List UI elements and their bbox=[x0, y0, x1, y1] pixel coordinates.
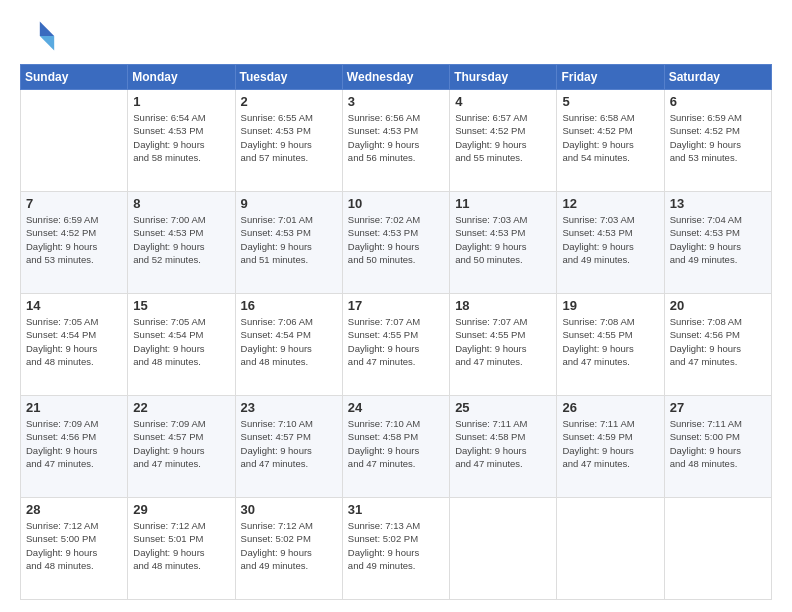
calendar-cell: 30Sunrise: 7:12 AM Sunset: 5:02 PM Dayli… bbox=[235, 498, 342, 600]
calendar-cell: 27Sunrise: 7:11 AM Sunset: 5:00 PM Dayli… bbox=[664, 396, 771, 498]
calendar-cell: 11Sunrise: 7:03 AM Sunset: 4:53 PM Dayli… bbox=[450, 192, 557, 294]
calendar-cell: 24Sunrise: 7:10 AM Sunset: 4:58 PM Dayli… bbox=[342, 396, 449, 498]
day-info: Sunrise: 7:06 AM Sunset: 4:54 PM Dayligh… bbox=[241, 315, 337, 368]
day-info: Sunrise: 7:04 AM Sunset: 4:53 PM Dayligh… bbox=[670, 213, 766, 266]
calendar-cell: 6Sunrise: 6:59 AM Sunset: 4:52 PM Daylig… bbox=[664, 90, 771, 192]
calendar-cell: 10Sunrise: 7:02 AM Sunset: 4:53 PM Dayli… bbox=[342, 192, 449, 294]
day-number: 15 bbox=[133, 298, 229, 313]
day-number: 26 bbox=[562, 400, 658, 415]
day-info: Sunrise: 6:57 AM Sunset: 4:52 PM Dayligh… bbox=[455, 111, 551, 164]
day-info: Sunrise: 7:07 AM Sunset: 4:55 PM Dayligh… bbox=[348, 315, 444, 368]
day-number: 24 bbox=[348, 400, 444, 415]
day-info: Sunrise: 7:09 AM Sunset: 4:57 PM Dayligh… bbox=[133, 417, 229, 470]
day-info: Sunrise: 6:59 AM Sunset: 4:52 PM Dayligh… bbox=[26, 213, 122, 266]
day-info: Sunrise: 7:09 AM Sunset: 4:56 PM Dayligh… bbox=[26, 417, 122, 470]
day-info: Sunrise: 7:12 AM Sunset: 5:02 PM Dayligh… bbox=[241, 519, 337, 572]
day-number: 20 bbox=[670, 298, 766, 313]
calendar-cell: 23Sunrise: 7:10 AM Sunset: 4:57 PM Dayli… bbox=[235, 396, 342, 498]
calendar-cell: 13Sunrise: 7:04 AM Sunset: 4:53 PM Dayli… bbox=[664, 192, 771, 294]
day-info: Sunrise: 7:03 AM Sunset: 4:53 PM Dayligh… bbox=[562, 213, 658, 266]
calendar-week-row: 7Sunrise: 6:59 AM Sunset: 4:52 PM Daylig… bbox=[21, 192, 772, 294]
day-info: Sunrise: 7:12 AM Sunset: 5:01 PM Dayligh… bbox=[133, 519, 229, 572]
calendar-cell: 12Sunrise: 7:03 AM Sunset: 4:53 PM Dayli… bbox=[557, 192, 664, 294]
calendar-header-row: SundayMondayTuesdayWednesdayThursdayFrid… bbox=[21, 65, 772, 90]
day-info: Sunrise: 7:05 AM Sunset: 4:54 PM Dayligh… bbox=[26, 315, 122, 368]
day-number: 31 bbox=[348, 502, 444, 517]
calendar-cell: 16Sunrise: 7:06 AM Sunset: 4:54 PM Dayli… bbox=[235, 294, 342, 396]
calendar-cell: 26Sunrise: 7:11 AM Sunset: 4:59 PM Dayli… bbox=[557, 396, 664, 498]
weekday-header-friday: Friday bbox=[557, 65, 664, 90]
day-info: Sunrise: 7:02 AM Sunset: 4:53 PM Dayligh… bbox=[348, 213, 444, 266]
calendar-week-row: 28Sunrise: 7:12 AM Sunset: 5:00 PM Dayli… bbox=[21, 498, 772, 600]
header bbox=[20, 18, 772, 54]
day-info: Sunrise: 7:07 AM Sunset: 4:55 PM Dayligh… bbox=[455, 315, 551, 368]
logo bbox=[20, 18, 60, 54]
calendar-cell: 21Sunrise: 7:09 AM Sunset: 4:56 PM Dayli… bbox=[21, 396, 128, 498]
day-info: Sunrise: 6:58 AM Sunset: 4:52 PM Dayligh… bbox=[562, 111, 658, 164]
calendar-week-row: 1Sunrise: 6:54 AM Sunset: 4:53 PM Daylig… bbox=[21, 90, 772, 192]
calendar-table: SundayMondayTuesdayWednesdayThursdayFrid… bbox=[20, 64, 772, 600]
logo-icon bbox=[20, 18, 56, 54]
day-number: 22 bbox=[133, 400, 229, 415]
day-number: 2 bbox=[241, 94, 337, 109]
calendar-cell: 28Sunrise: 7:12 AM Sunset: 5:00 PM Dayli… bbox=[21, 498, 128, 600]
calendar-cell: 25Sunrise: 7:11 AM Sunset: 4:58 PM Dayli… bbox=[450, 396, 557, 498]
weekday-header-saturday: Saturday bbox=[664, 65, 771, 90]
calendar-cell: 1Sunrise: 6:54 AM Sunset: 4:53 PM Daylig… bbox=[128, 90, 235, 192]
day-number: 17 bbox=[348, 298, 444, 313]
calendar-cell bbox=[557, 498, 664, 600]
calendar-cell: 17Sunrise: 7:07 AM Sunset: 4:55 PM Dayli… bbox=[342, 294, 449, 396]
day-info: Sunrise: 6:55 AM Sunset: 4:53 PM Dayligh… bbox=[241, 111, 337, 164]
calendar-cell: 18Sunrise: 7:07 AM Sunset: 4:55 PM Dayli… bbox=[450, 294, 557, 396]
day-number: 3 bbox=[348, 94, 444, 109]
day-info: Sunrise: 6:56 AM Sunset: 4:53 PM Dayligh… bbox=[348, 111, 444, 164]
day-number: 18 bbox=[455, 298, 551, 313]
day-info: Sunrise: 7:11 AM Sunset: 4:58 PM Dayligh… bbox=[455, 417, 551, 470]
weekday-header-tuesday: Tuesday bbox=[235, 65, 342, 90]
day-info: Sunrise: 7:12 AM Sunset: 5:00 PM Dayligh… bbox=[26, 519, 122, 572]
day-number: 30 bbox=[241, 502, 337, 517]
calendar-cell: 7Sunrise: 6:59 AM Sunset: 4:52 PM Daylig… bbox=[21, 192, 128, 294]
calendar-week-row: 21Sunrise: 7:09 AM Sunset: 4:56 PM Dayli… bbox=[21, 396, 772, 498]
day-info: Sunrise: 7:03 AM Sunset: 4:53 PM Dayligh… bbox=[455, 213, 551, 266]
svg-marker-1 bbox=[40, 36, 54, 50]
day-info: Sunrise: 7:00 AM Sunset: 4:53 PM Dayligh… bbox=[133, 213, 229, 266]
weekday-header-sunday: Sunday bbox=[21, 65, 128, 90]
calendar-cell: 4Sunrise: 6:57 AM Sunset: 4:52 PM Daylig… bbox=[450, 90, 557, 192]
weekday-header-thursday: Thursday bbox=[450, 65, 557, 90]
calendar-cell: 5Sunrise: 6:58 AM Sunset: 4:52 PM Daylig… bbox=[557, 90, 664, 192]
day-number: 14 bbox=[26, 298, 122, 313]
calendar-cell bbox=[664, 498, 771, 600]
calendar-cell: 3Sunrise: 6:56 AM Sunset: 4:53 PM Daylig… bbox=[342, 90, 449, 192]
calendar-cell: 29Sunrise: 7:12 AM Sunset: 5:01 PM Dayli… bbox=[128, 498, 235, 600]
day-number: 10 bbox=[348, 196, 444, 211]
day-number: 12 bbox=[562, 196, 658, 211]
calendar-cell: 15Sunrise: 7:05 AM Sunset: 4:54 PM Dayli… bbox=[128, 294, 235, 396]
day-number: 7 bbox=[26, 196, 122, 211]
day-number: 19 bbox=[562, 298, 658, 313]
day-number: 21 bbox=[26, 400, 122, 415]
day-info: Sunrise: 7:11 AM Sunset: 4:59 PM Dayligh… bbox=[562, 417, 658, 470]
svg-marker-0 bbox=[40, 22, 54, 36]
day-info: Sunrise: 7:11 AM Sunset: 5:00 PM Dayligh… bbox=[670, 417, 766, 470]
day-info: Sunrise: 6:54 AM Sunset: 4:53 PM Dayligh… bbox=[133, 111, 229, 164]
day-info: Sunrise: 7:08 AM Sunset: 4:56 PM Dayligh… bbox=[670, 315, 766, 368]
day-info: Sunrise: 7:13 AM Sunset: 5:02 PM Dayligh… bbox=[348, 519, 444, 572]
day-number: 25 bbox=[455, 400, 551, 415]
day-info: Sunrise: 7:05 AM Sunset: 4:54 PM Dayligh… bbox=[133, 315, 229, 368]
page: SundayMondayTuesdayWednesdayThursdayFrid… bbox=[0, 0, 792, 612]
day-number: 28 bbox=[26, 502, 122, 517]
calendar-cell: 20Sunrise: 7:08 AM Sunset: 4:56 PM Dayli… bbox=[664, 294, 771, 396]
day-number: 4 bbox=[455, 94, 551, 109]
day-info: Sunrise: 7:08 AM Sunset: 4:55 PM Dayligh… bbox=[562, 315, 658, 368]
calendar-cell: 22Sunrise: 7:09 AM Sunset: 4:57 PM Dayli… bbox=[128, 396, 235, 498]
day-number: 5 bbox=[562, 94, 658, 109]
day-info: Sunrise: 7:01 AM Sunset: 4:53 PM Dayligh… bbox=[241, 213, 337, 266]
calendar-cell: 19Sunrise: 7:08 AM Sunset: 4:55 PM Dayli… bbox=[557, 294, 664, 396]
day-number: 1 bbox=[133, 94, 229, 109]
day-number: 11 bbox=[455, 196, 551, 211]
calendar-cell bbox=[21, 90, 128, 192]
day-info: Sunrise: 7:10 AM Sunset: 4:57 PM Dayligh… bbox=[241, 417, 337, 470]
calendar-cell: 2Sunrise: 6:55 AM Sunset: 4:53 PM Daylig… bbox=[235, 90, 342, 192]
day-number: 9 bbox=[241, 196, 337, 211]
